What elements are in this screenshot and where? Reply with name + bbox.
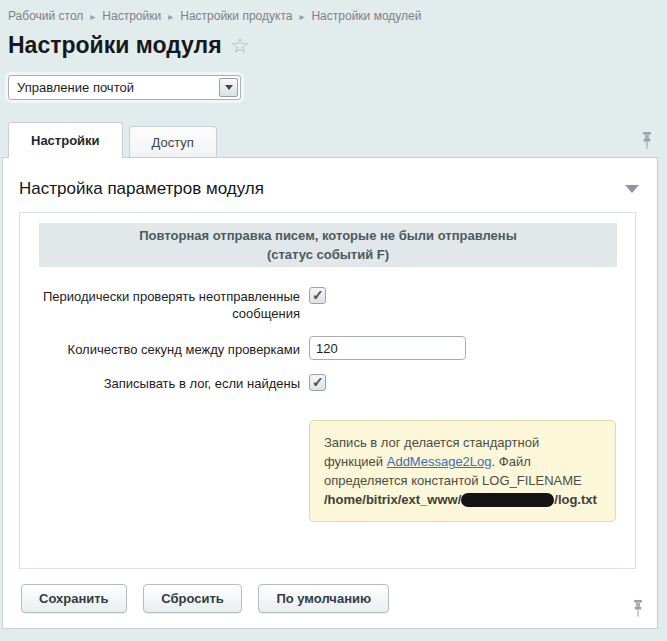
section-header: Настройка параметров модуля [3,158,657,199]
form-heading: Повторная отправка писем, которые не был… [39,223,617,267]
module-select-value: Управление почтой [9,80,134,95]
form-row-note: Запись в лог делается стандартной функци… [39,420,617,522]
breadcrumb-separator-icon: ▸ [90,11,95,22]
log-note-box: Запись в лог делается стандартной функци… [309,420,616,522]
pin-icon [632,600,644,617]
pin-icon[interactable] [632,600,644,617]
form-heading-line1: Повторная отправка писем, которые не был… [49,226,607,245]
form-row-check-interval: Количество секунд между проверками [39,336,617,360]
form-heading-line2: (статус событий F) [49,245,607,264]
breadcrumb-item-product-settings[interactable]: Настройки продукта [180,9,292,23]
log-path-suffix: /log.txt [554,492,597,507]
addmessage2log-link[interactable]: AddMessage2Log [387,454,492,469]
collapse-section-icon[interactable] [625,185,639,193]
breadcrumb-item-module-settings[interactable]: Настройки модулей [311,9,421,23]
pin-icon [641,132,653,149]
button-row: Сохранить Сбросить По умолчанию [19,584,657,613]
module-select[interactable]: Управление почтой [8,75,241,100]
write-log-checkbox[interactable] [309,374,326,391]
breadcrumb-separator-icon: ▸ [299,11,304,22]
breadcrumb: Рабочий стол▸Настройки▸Настройки продукт… [0,0,667,23]
form-row-write-log: Записывать в лог, если найдены [39,374,617,392]
module-settings-form: Повторная отправка писем, которые не был… [19,212,636,569]
log-file-path: /home/bitrix/ext_www//log.txt [324,490,601,509]
default-button[interactable]: По умолчанию [258,584,389,613]
tabstrip: Настройки Доступ [0,121,667,157]
redacted-text [461,493,554,507]
select-dropdown-button[interactable] [219,78,238,97]
page-title: Настройки модуля [8,32,222,59]
favorite-star-icon[interactable]: ☆ [231,35,250,56]
check-interval-input[interactable] [309,336,466,360]
tab-access[interactable]: Доступ [129,126,217,157]
settings-panel: Настройка параметров модуля Повторная от… [2,157,658,629]
section-title: Настройка параметров модуля [19,179,264,199]
breadcrumb-item-desktop[interactable]: Рабочий стол [8,9,83,23]
breadcrumb-item-settings[interactable]: Настройки [102,9,161,23]
form-row-periodic-check: Периодически проверять неотправленные со… [39,287,617,322]
field-label: Количество секунд между проверками [39,336,309,358]
log-path-prefix: /home/bitrix/ext_www/ [324,492,461,507]
title-row: Настройки модуля ☆ [0,23,667,59]
tab-settings[interactable]: Настройки [8,122,123,158]
save-button[interactable]: Сохранить [21,584,127,613]
field-label: Периодически проверять неотправленные со… [39,287,309,322]
chevron-down-icon [225,85,233,90]
periodic-check-checkbox[interactable] [309,287,326,304]
reset-button[interactable]: Сбросить [143,584,242,613]
field-label-empty [39,420,309,421]
pin-icon[interactable] [641,132,653,149]
field-label: Записывать в лог, если найдены [39,374,309,392]
breadcrumb-separator-icon: ▸ [168,11,173,22]
